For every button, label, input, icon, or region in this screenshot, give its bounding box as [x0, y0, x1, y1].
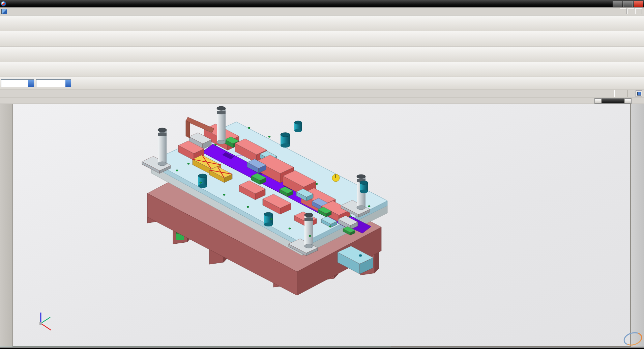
watermark-logo	[622, 330, 644, 348]
child-restore-button[interactable]	[627, 8, 634, 14]
surface-and-macro-toolbar	[0, 47, 644, 62]
document-icon	[1, 9, 7, 14]
minimize-button[interactable]	[613, 1, 622, 7]
nx-app-icon	[1, 1, 6, 6]
scroll-left-icon[interactable]	[595, 99, 601, 103]
horizontal-scrollbar[interactable]	[594, 98, 632, 104]
selection-scope-dropdown[interactable]	[36, 79, 71, 87]
selection-filter-dropdown[interactable]	[1, 79, 34, 87]
close-button[interactable]	[634, 1, 643, 7]
blue-square-icon	[637, 92, 641, 96]
bottom-edge-bar	[0, 347, 644, 349]
child-minimize-button[interactable]	[620, 8, 626, 14]
status-bar	[0, 89, 644, 98]
curve-and-sketch-toolbar	[0, 62, 644, 77]
coordinate-triad	[29, 310, 56, 337]
restore-view-button[interactable]	[636, 90, 642, 97]
scroll-right-icon[interactable]	[625, 99, 631, 103]
dropdown-arrow-icon[interactable]	[65, 80, 71, 87]
main-area	[0, 104, 644, 347]
resource-bar	[0, 104, 13, 347]
dropdown-arrow-icon[interactable]	[28, 80, 34, 87]
standard-toolbar	[0, 16, 644, 31]
status-separator	[614, 90, 614, 97]
part-library-bar	[631, 104, 644, 347]
nx-application-window	[0, 0, 644, 349]
scrollbar-thumb[interactable]	[602, 99, 624, 103]
child-close-button[interactable]	[635, 8, 642, 14]
selection-bar	[0, 77, 644, 89]
3d-die-assembly-model[interactable]	[13, 104, 631, 347]
menu-bar	[0, 7, 644, 16]
scroll-strip	[0, 98, 644, 104]
watermark	[623, 332, 643, 345]
graphics-viewport[interactable]	[13, 104, 631, 347]
maximize-button[interactable]	[623, 1, 633, 7]
feature-toolbar	[0, 31, 644, 47]
status-separator	[627, 90, 628, 97]
title-bar	[0, 0, 644, 7]
